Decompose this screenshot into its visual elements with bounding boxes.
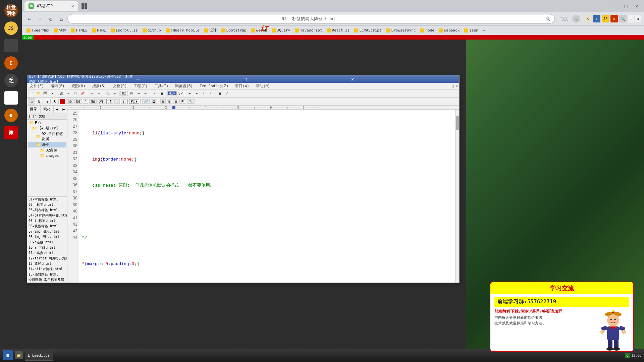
- browser-tool-1[interactable]: ✎: [584, 15, 592, 22]
- menu-zencoding[interactable]: Zen Coding(Z): [198, 83, 230, 89]
- tool-hx[interactable]: Hx: [120, 91, 128, 96]
- browser-tool-3[interactable]: JS: [602, 15, 609, 22]
- bookmarks-more[interactable]: »: [482, 28, 485, 33]
- editor-restore[interactable]: □: [244, 76, 350, 82]
- bookmark-jquerymobile[interactable]: jQuery Mobile: [164, 27, 202, 33]
- sidebar-icon-chess[interactable]: 棋盘网络: [3, 3, 19, 19]
- bookmark-software[interactable]: 软件: [52, 27, 68, 34]
- refresh-btn[interactable]: ↻: [46, 14, 55, 23]
- file-item-09[interactable]: 09-a链接.html: [27, 240, 67, 245]
- panel-tab-material[interactable]: 素材: [41, 106, 54, 113]
- tool-undo[interactable]: ↩: [88, 90, 95, 97]
- tool-div[interactable]: div: [167, 91, 177, 96]
- file-item-07[interactable]: 07-img 图片.html: [27, 229, 67, 234]
- taskbar-item-1[interactable]: 📁: [15, 351, 23, 359]
- tool-findreplace[interactable]: ⇄: [111, 90, 118, 97]
- file-item-12[interactable]: 12-target 网页打开方式.: [27, 256, 67, 261]
- menu-edit[interactable]: 编辑(E): [49, 83, 66, 89]
- file-item-11[interactable]: 11-a锚点.html: [27, 250, 67, 256]
- sidebar-icon-c[interactable]: C: [3, 55, 19, 71]
- bookmark-tweenmax[interactable]: TweenMax: [24, 27, 51, 33]
- grid-icon[interactable]: [79, 1, 89, 11]
- tool-indent[interactable]: ⇥: [135, 90, 142, 97]
- tool2-arrow-down[interactable]: ↓: [121, 99, 126, 104]
- menu-view[interactable]: 视图(V): [70, 83, 87, 89]
- tree-item-e[interactable]: 📁E:\: [28, 120, 66, 125]
- tool2-home[interactable]: ⌂: [28, 98, 35, 105]
- file-item-05[interactable]: 05-i 标签.html: [27, 218, 67, 224]
- menu-window[interactable]: 窗口(W): [234, 83, 251, 89]
- menu-project[interactable]: 工程(P): [132, 83, 149, 89]
- code-line-26[interactable]: img{border:none;}: [82, 156, 452, 163]
- tool2-para[interactable]: ¶: [108, 99, 113, 104]
- bookmark-design[interactable]: 设计: [202, 27, 219, 34]
- browser-restore[interactable]: □: [621, 1, 631, 11]
- tool-redo[interactable]: ↪: [95, 90, 102, 97]
- tool-arrow-up[interactable]: ⬆: [200, 90, 207, 97]
- tool2-preview[interactable]: 👁: [179, 99, 186, 104]
- panel-expand[interactable]: ◀: [54, 106, 60, 113]
- tool-save[interactable]: 💾: [42, 90, 49, 97]
- tree-item-02[interactable]: 📁02-常用标签及属: [28, 131, 66, 142]
- tree-item-02-case[interactable]: 📁02案例: [28, 147, 66, 153]
- code-line-28[interactable]: [82, 208, 452, 215]
- panel-collapse[interactable]: ▶: [60, 106, 67, 113]
- tool2-format-dropdown[interactable]: Px▼: [129, 99, 139, 104]
- scroll-thumb[interactable]: [456, 116, 459, 130]
- tool2-U[interactable]: U: [52, 99, 59, 104]
- sidebar-icon-unknown1[interactable]: [3, 38, 19, 54]
- tool-grid[interactable]: ▦: [216, 90, 223, 97]
- tool2-split[interactable]: ⊠: [173, 99, 178, 104]
- tool-outdent[interactable]: ⇤: [142, 90, 149, 97]
- menu-document[interactable]: 文档(D): [112, 83, 128, 89]
- code-line-30[interactable]: *{margin:0;padding:0;}: [82, 261, 452, 267]
- tool-blocks[interactable]: ▦: [158, 90, 165, 97]
- file-item-today[interactable]: 今日课题 常用标签及属: [27, 277, 67, 283]
- sidebar-icon-js[interactable]: JS: [3, 20, 19, 36]
- tool-align-left[interactable]: ⬅: [186, 90, 193, 97]
- tool-help[interactable]: ?: [223, 90, 230, 97]
- file-item-08[interactable]: 08-img 图片.html: [27, 234, 67, 240]
- browser-tab-active[interactable]: 棋 43期VIP ✕: [24, 1, 78, 11]
- sidebar-icon-weibo[interactable]: 微: [3, 125, 19, 141]
- tool-new[interactable]: 📄: [28, 90, 35, 97]
- tool-cut[interactable]: ✂: [65, 90, 72, 97]
- tool-find[interactable]: 🔍: [104, 90, 111, 97]
- file-item-03[interactable]: 03-列表标签.html: [27, 207, 67, 213]
- menu-search[interactable]: 搜索(S): [91, 83, 108, 89]
- tool2-I[interactable]: I: [44, 99, 51, 104]
- editor-close[interactable]: ✕: [351, 76, 457, 82]
- tool2-merge[interactable]: ⊟: [167, 99, 172, 104]
- bookmark-webpack[interactable]: webpack: [437, 27, 462, 33]
- menu-browser[interactable]: 浏览器(B): [174, 83, 194, 89]
- tool2-xc[interactable]: ΧΨ: [98, 99, 105, 104]
- browser-tool-2[interactable]: ⬇: [593, 15, 600, 22]
- file-item-14[interactable]: 14-oils对路径.html: [27, 266, 67, 272]
- bookmark-reactjs[interactable]: React.Js: [325, 27, 352, 33]
- menu-file[interactable]: 文件(F): [29, 83, 45, 89]
- tool2-tool[interactable]: 🔧: [187, 99, 195, 104]
- taskbar-start[interactable]: ⊞: [3, 350, 13, 360]
- file-item-06[interactable]: 06-块型标签.html: [27, 224, 67, 229]
- bookmark-node[interactable]: node: [418, 27, 436, 33]
- bookmark-html5[interactable]: HTML5: [69, 27, 89, 33]
- tool-print[interactable]: 🖨: [58, 90, 65, 97]
- tool-sp[interactable]: SP: [177, 92, 184, 95]
- bookmark-jquery[interactable]: JQuery: [270, 27, 292, 33]
- home-btn[interactable]: ⌂: [57, 14, 66, 23]
- search-btn[interactable]: 🔍: [572, 15, 580, 23]
- menu-help[interactable]: 帮助(H): [255, 83, 271, 89]
- tool-align-right[interactable]: ➡: [193, 90, 200, 97]
- panel-tab-catalog[interactable]: 目录: [27, 106, 41, 113]
- tool2-img[interactable]: 🖼: [151, 99, 157, 104]
- editor-minimize[interactable]: ─: [137, 76, 243, 82]
- tool-m[interactable]: M: [128, 90, 135, 97]
- bookmark-javascript[interactable]: javascript: [293, 27, 324, 33]
- tool-copy[interactable]: 📋: [72, 90, 79, 97]
- code-line-29[interactable]: */: [82, 235, 452, 241]
- tree-item-images[interactable]: 📁images: [28, 153, 66, 158]
- bookmark-bootstrap[interactable]: Bootstrap: [219, 27, 249, 33]
- tab-close-btn[interactable]: ✕: [71, 3, 74, 9]
- tool-open[interactable]: 📁: [35, 90, 42, 97]
- sidebar-icon-zha[interactable]: 乏: [3, 72, 19, 88]
